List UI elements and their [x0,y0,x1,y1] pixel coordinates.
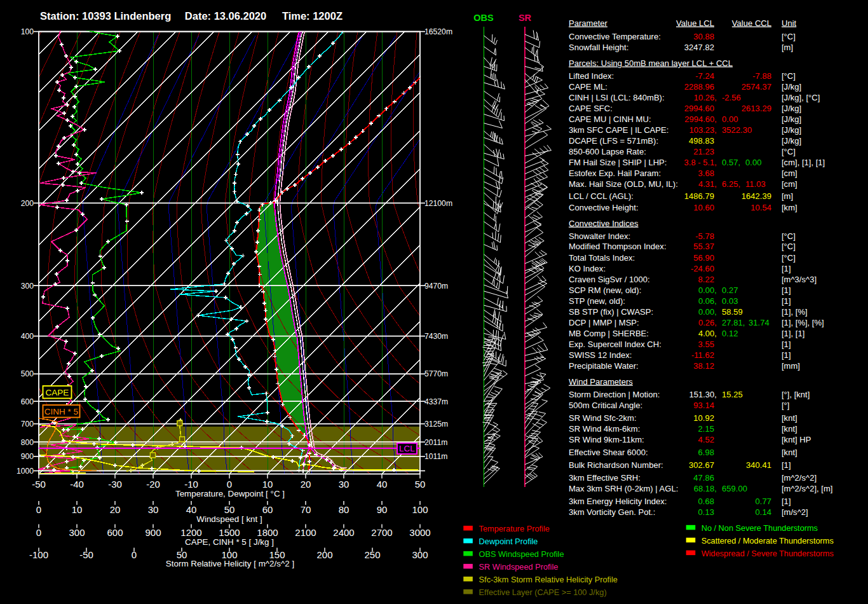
svg-text:CINH | LSI (LCL: 840mB):: CINH | LSI (LCL: 840mB): [569,93,665,102]
svg-text:MB Comp | SHERBE:: MB Comp | SHERBE: [569,329,649,338]
svg-text:CINH * 5: CINH * 5 [44,407,78,416]
svg-text:-50: -50 [32,479,46,490]
svg-text:60: 60 [262,504,273,515]
svg-text:47.86: 47.86 [693,473,714,483]
svg-text:[1], [%]: [1], [%] [782,307,808,317]
svg-text:-2.56: -2.56 [722,93,741,102]
svg-text:0: 0 [132,549,137,560]
svg-text:CAPE MU | CINH MU:: CAPE MU | CINH MU: [569,114,651,124]
svg-text:7430m: 7430m [424,332,448,341]
svg-text:[knt]: [knt] [782,413,797,423]
svg-text:[1], [%], [%]: [1], [%], [%] [782,318,824,327]
svg-text:Bulk Richardson Number:: Bulk Richardson Number: [569,460,663,470]
svg-text:0: 0 [36,527,41,538]
svg-text:659.00: 659.00 [722,484,747,493]
svg-text:[m]: [m] [782,191,793,201]
svg-text:Convective Indices: Convective Indices [569,219,639,228]
svg-text:2100: 2100 [295,527,316,538]
svg-text:93.14: 93.14 [693,401,714,410]
svg-text:Wind Parameters: Wind Parameters [569,377,633,387]
svg-text:4.00,: 4.00, [698,329,717,338]
svg-text:Date: 13.06.2020: Date: 13.06.2020 [185,10,266,22]
svg-text:-24.60: -24.60 [691,264,714,273]
svg-text:100: 100 [412,504,428,515]
svg-text:1200: 1200 [180,527,201,538]
svg-text:-11.62: -11.62 [691,350,714,360]
svg-text:3247.82: 3247.82 [684,43,714,52]
svg-text:6.98: 6.98 [698,448,714,457]
svg-text:[°], [knt]: [°], [knt] [782,390,810,399]
svg-text:[J/kg]: [J/kg] [782,104,801,113]
svg-text:2288.96: 2288.96 [684,82,714,92]
svg-text:3522.30: 3522.30 [722,125,752,135]
svg-text:[knt]: [knt] [782,448,797,457]
svg-text:CAPE, CINH * 5 [ J/kg ]: CAPE, CINH * 5 [ J/kg ] [185,537,274,547]
svg-text:1642.39: 1642.39 [742,191,771,201]
svg-text:3000: 3000 [409,527,430,538]
svg-text:100: 100 [21,27,34,36]
svg-text:[cm]: [cm] [782,179,797,189]
svg-text:[m]: [m] [782,43,793,52]
svg-text:0: 0 [36,504,41,515]
svg-text:FM Hail Size | SHIP | LHP:: FM Hail Size | SHIP | LHP: [569,158,667,167]
svg-text:0.00: 0.00 [745,158,761,167]
svg-text:900: 900 [145,527,161,538]
svg-text:SB STP (fix) | CWASP:: SB STP (fix) | CWASP: [569,307,653,317]
svg-text:3125m: 3125m [424,420,448,429]
svg-text:Scattered / Moderate Thunderst: Scattered / Moderate Thunderstorms [702,536,834,546]
svg-text:1500: 1500 [219,527,240,538]
svg-text:[1]: [1] [782,460,791,470]
svg-text:[mm]: [mm] [782,361,800,371]
svg-text:12100m: 12100m [424,199,452,208]
svg-text:400: 400 [21,332,34,341]
svg-text:9470m: 9470m [424,282,448,291]
svg-text:[J/kg]: [J/kg] [782,125,801,135]
svg-text:700: 700 [21,420,34,429]
svg-text:Precipitable Water:: Precipitable Water: [569,361,639,371]
svg-text:[J/kg], [°C]: [J/kg], [°C] [782,93,820,102]
svg-text:Unit: Unit [782,18,797,28]
svg-text:1800: 1800 [257,527,278,538]
svg-text:DCP | MMP | MSP:: DCP | MMP | MSP: [569,318,639,327]
svg-text:No / Non Severe Thunderstorms: No / Non Severe Thunderstorms [702,523,818,533]
svg-text:Time: 1200Z: Time: 1200Z [282,10,342,22]
svg-text:2.15: 2.15 [698,424,714,434]
svg-text:Storm Direction | Motion:: Storm Direction | Motion: [569,390,660,399]
svg-text:0.13: 0.13 [698,507,714,517]
svg-text:2700: 2700 [371,527,392,538]
svg-text:20: 20 [301,479,311,490]
svg-text:[°C]: [°C] [782,231,796,241]
svg-text:4337m: 4337m [424,397,448,406]
svg-text:[1]: [1] [782,497,791,506]
svg-text:-5.78: -5.78 [695,231,714,241]
svg-text:200: 200 [316,549,332,560]
svg-text:Effective Layer (CAPE >= 100 J: Effective Layer (CAPE >= 100 J/kg) [479,587,607,597]
svg-text:Dewpoint Profile: Dewpoint Profile [479,537,538,546]
svg-text:KO Index:: KO Index: [569,264,606,273]
svg-text:Estofex Exp. Hail Param:: Estofex Exp. Hail Param: [569,168,661,178]
svg-text:-7.88: -7.88 [752,71,771,81]
svg-text:3.8 - 5.1,: 3.8 - 5.1, [684,158,717,167]
svg-text:Total Totals Index:: Total Totals Index: [569,253,635,263]
svg-text:10.26,: 10.26, [694,93,717,102]
svg-text:300: 300 [69,527,85,538]
svg-text:Convective Height:: Convective Height: [569,203,639,212]
svg-text:3km SFC CAPE | IL CAPE:: 3km SFC CAPE | IL CAPE: [569,125,668,135]
svg-text:2574.37: 2574.37 [742,82,771,92]
svg-text:800: 800 [21,438,34,447]
svg-text:Showalter Index:: Showalter Index: [569,231,630,241]
svg-text:[1]: [1] [782,264,791,273]
svg-text:Effective Shear 6000:: Effective Shear 6000: [569,448,648,457]
svg-text:340.41: 340.41 [746,460,771,470]
svg-text:3.55: 3.55 [698,340,714,349]
svg-text:Convective Temperature:: Convective Temperature: [569,32,661,41]
svg-text:103.23,: 103.23, [689,125,717,135]
svg-text:[°C]: [°C] [782,32,796,41]
svg-text:10.92: 10.92 [693,413,714,423]
svg-text:500: 500 [21,369,34,378]
svg-text:SR Wind 4km-6km:: SR Wind 4km-6km: [569,424,640,434]
svg-text:15.25: 15.25 [722,390,743,399]
svg-text:302.67: 302.67 [689,460,714,470]
svg-text:56.90: 56.90 [693,253,714,263]
svg-text:3km Energy Helicity Index:: 3km Energy Helicity Index: [569,497,667,506]
